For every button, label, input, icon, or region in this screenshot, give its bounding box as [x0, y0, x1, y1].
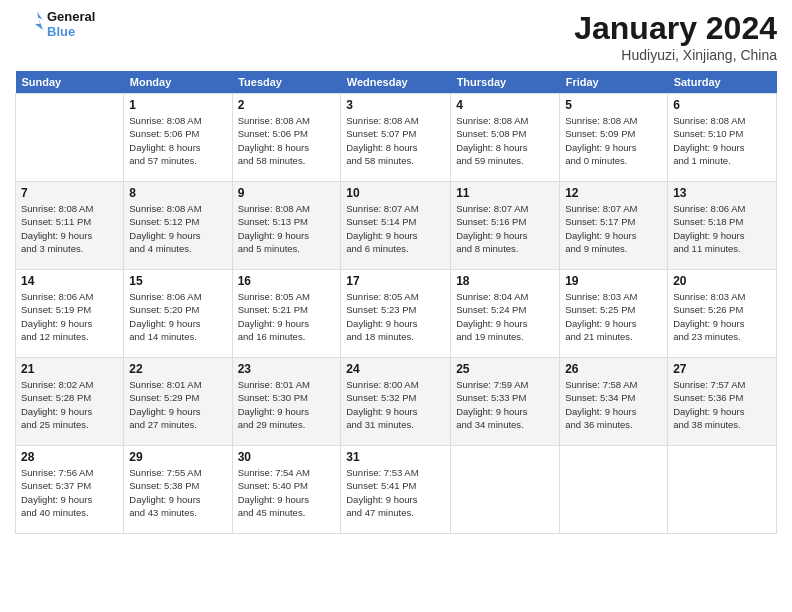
header-monday: Monday	[124, 71, 232, 94]
day-info: Sunrise: 8:08 AMSunset: 5:07 PMDaylight:…	[346, 114, 445, 167]
header-saturday: Saturday	[668, 71, 777, 94]
day-info: Sunrise: 8:01 AMSunset: 5:30 PMDaylight:…	[238, 378, 336, 431]
day-info: Sunrise: 8:07 AMSunset: 5:17 PMDaylight:…	[565, 202, 662, 255]
day-info: Sunrise: 8:08 AMSunset: 5:10 PMDaylight:…	[673, 114, 771, 167]
table-cell: 7Sunrise: 8:08 AMSunset: 5:11 PMDaylight…	[16, 182, 124, 270]
day-info: Sunrise: 8:05 AMSunset: 5:21 PMDaylight:…	[238, 290, 336, 343]
day-info: Sunrise: 8:00 AMSunset: 5:32 PMDaylight:…	[346, 378, 445, 431]
day-number: 4	[456, 98, 554, 112]
day-info: Sunrise: 8:08 AMSunset: 5:11 PMDaylight:…	[21, 202, 118, 255]
table-cell: 6Sunrise: 8:08 AMSunset: 5:10 PMDaylight…	[668, 94, 777, 182]
table-cell: 20Sunrise: 8:03 AMSunset: 5:26 PMDayligh…	[668, 270, 777, 358]
header-wednesday: Wednesday	[341, 71, 451, 94]
table-cell	[668, 446, 777, 534]
day-info: Sunrise: 8:02 AMSunset: 5:28 PMDaylight:…	[21, 378, 118, 431]
table-cell: 25Sunrise: 7:59 AMSunset: 5:33 PMDayligh…	[451, 358, 560, 446]
table-cell: 19Sunrise: 8:03 AMSunset: 5:25 PMDayligh…	[560, 270, 668, 358]
day-number: 24	[346, 362, 445, 376]
day-info: Sunrise: 8:03 AMSunset: 5:26 PMDaylight:…	[673, 290, 771, 343]
day-number: 29	[129, 450, 226, 464]
week-row-3: 14Sunrise: 8:06 AMSunset: 5:19 PMDayligh…	[16, 270, 777, 358]
day-number: 12	[565, 186, 662, 200]
day-number: 21	[21, 362, 118, 376]
day-info: Sunrise: 8:08 AMSunset: 5:09 PMDaylight:…	[565, 114, 662, 167]
header-friday: Friday	[560, 71, 668, 94]
day-number: 1	[129, 98, 226, 112]
table-cell: 31Sunrise: 7:53 AMSunset: 5:41 PMDayligh…	[341, 446, 451, 534]
table-cell: 30Sunrise: 7:54 AMSunset: 5:40 PMDayligh…	[232, 446, 341, 534]
table-cell: 2Sunrise: 8:08 AMSunset: 5:06 PMDaylight…	[232, 94, 341, 182]
day-number: 26	[565, 362, 662, 376]
table-cell: 16Sunrise: 8:05 AMSunset: 5:21 PMDayligh…	[232, 270, 341, 358]
calendar-body: 1Sunrise: 8:08 AMSunset: 5:06 PMDaylight…	[16, 94, 777, 534]
table-cell: 3Sunrise: 8:08 AMSunset: 5:07 PMDaylight…	[341, 94, 451, 182]
day-info: Sunrise: 8:04 AMSunset: 5:24 PMDaylight:…	[456, 290, 554, 343]
day-info: Sunrise: 7:53 AMSunset: 5:41 PMDaylight:…	[346, 466, 445, 519]
day-info: Sunrise: 8:07 AMSunset: 5:14 PMDaylight:…	[346, 202, 445, 255]
day-info: Sunrise: 7:58 AMSunset: 5:34 PMDaylight:…	[565, 378, 662, 431]
day-number: 8	[129, 186, 226, 200]
day-number: 25	[456, 362, 554, 376]
days-header-row: Sunday Monday Tuesday Wednesday Thursday…	[16, 71, 777, 94]
day-number: 7	[21, 186, 118, 200]
day-info: Sunrise: 8:05 AMSunset: 5:23 PMDaylight:…	[346, 290, 445, 343]
header-tuesday: Tuesday	[232, 71, 341, 94]
day-number: 16	[238, 274, 336, 288]
day-number: 22	[129, 362, 226, 376]
table-cell: 13Sunrise: 8:06 AMSunset: 5:18 PMDayligh…	[668, 182, 777, 270]
day-number: 28	[21, 450, 118, 464]
table-cell	[16, 94, 124, 182]
table-cell: 18Sunrise: 8:04 AMSunset: 5:24 PMDayligh…	[451, 270, 560, 358]
day-number: 13	[673, 186, 771, 200]
day-info: Sunrise: 7:59 AMSunset: 5:33 PMDaylight:…	[456, 378, 554, 431]
day-info: Sunrise: 8:03 AMSunset: 5:25 PMDaylight:…	[565, 290, 662, 343]
week-row-1: 1Sunrise: 8:08 AMSunset: 5:06 PMDaylight…	[16, 94, 777, 182]
header: General Blue January 2024 Hudiyuzi, Xinj…	[15, 10, 777, 63]
day-info: Sunrise: 8:08 AMSunset: 5:12 PMDaylight:…	[129, 202, 226, 255]
day-number: 11	[456, 186, 554, 200]
logo-general: General	[47, 10, 95, 25]
table-cell: 8Sunrise: 8:08 AMSunset: 5:12 PMDaylight…	[124, 182, 232, 270]
header-thursday: Thursday	[451, 71, 560, 94]
day-number: 15	[129, 274, 226, 288]
table-cell: 11Sunrise: 8:07 AMSunset: 5:16 PMDayligh…	[451, 182, 560, 270]
day-number: 18	[456, 274, 554, 288]
table-cell: 27Sunrise: 7:57 AMSunset: 5:36 PMDayligh…	[668, 358, 777, 446]
day-info: Sunrise: 8:08 AMSunset: 5:06 PMDaylight:…	[238, 114, 336, 167]
table-cell: 22Sunrise: 8:01 AMSunset: 5:29 PMDayligh…	[124, 358, 232, 446]
table-cell: 24Sunrise: 8:00 AMSunset: 5:32 PMDayligh…	[341, 358, 451, 446]
day-number: 19	[565, 274, 662, 288]
month-title: January 2024	[574, 10, 777, 47]
day-info: Sunrise: 8:06 AMSunset: 5:18 PMDaylight:…	[673, 202, 771, 255]
table-cell: 4Sunrise: 8:08 AMSunset: 5:08 PMDaylight…	[451, 94, 560, 182]
day-number: 30	[238, 450, 336, 464]
day-number: 17	[346, 274, 445, 288]
logo: General Blue	[15, 10, 95, 42]
week-row-5: 28Sunrise: 7:56 AMSunset: 5:37 PMDayligh…	[16, 446, 777, 534]
day-number: 3	[346, 98, 445, 112]
table-cell: 1Sunrise: 8:08 AMSunset: 5:06 PMDaylight…	[124, 94, 232, 182]
table-cell	[451, 446, 560, 534]
table-cell: 9Sunrise: 8:08 AMSunset: 5:13 PMDaylight…	[232, 182, 341, 270]
day-info: Sunrise: 7:55 AMSunset: 5:38 PMDaylight:…	[129, 466, 226, 519]
day-number: 2	[238, 98, 336, 112]
day-info: Sunrise: 7:57 AMSunset: 5:36 PMDaylight:…	[673, 378, 771, 431]
day-info: Sunrise: 8:08 AMSunset: 5:08 PMDaylight:…	[456, 114, 554, 167]
day-number: 6	[673, 98, 771, 112]
day-number: 31	[346, 450, 445, 464]
table-cell: 12Sunrise: 8:07 AMSunset: 5:17 PMDayligh…	[560, 182, 668, 270]
day-info: Sunrise: 8:07 AMSunset: 5:16 PMDaylight:…	[456, 202, 554, 255]
day-number: 23	[238, 362, 336, 376]
day-info: Sunrise: 7:56 AMSunset: 5:37 PMDaylight:…	[21, 466, 118, 519]
table-cell: 17Sunrise: 8:05 AMSunset: 5:23 PMDayligh…	[341, 270, 451, 358]
day-info: Sunrise: 8:06 AMSunset: 5:20 PMDaylight:…	[129, 290, 226, 343]
day-number: 5	[565, 98, 662, 112]
week-row-4: 21Sunrise: 8:02 AMSunset: 5:28 PMDayligh…	[16, 358, 777, 446]
header-sunday: Sunday	[16, 71, 124, 94]
day-info: Sunrise: 8:01 AMSunset: 5:29 PMDaylight:…	[129, 378, 226, 431]
table-cell: 10Sunrise: 8:07 AMSunset: 5:14 PMDayligh…	[341, 182, 451, 270]
week-row-2: 7Sunrise: 8:08 AMSunset: 5:11 PMDaylight…	[16, 182, 777, 270]
table-cell: 29Sunrise: 7:55 AMSunset: 5:38 PMDayligh…	[124, 446, 232, 534]
day-info: Sunrise: 8:06 AMSunset: 5:19 PMDaylight:…	[21, 290, 118, 343]
logo-blue: Blue	[47, 25, 95, 40]
